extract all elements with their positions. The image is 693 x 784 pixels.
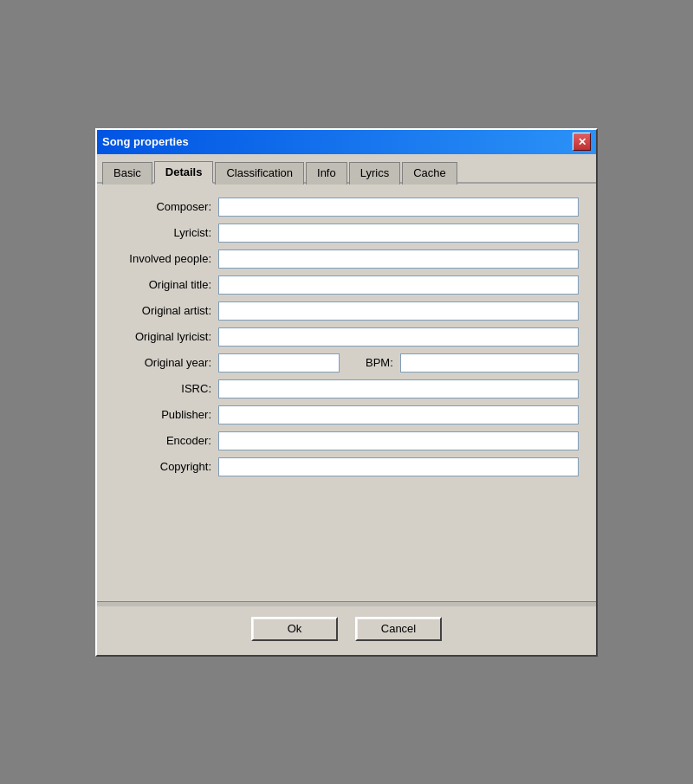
cancel-button[interactable]: Cancel: [355, 617, 442, 641]
original-title-input[interactable]: [218, 275, 579, 295]
encoder-input[interactable]: [218, 431, 579, 450]
original-lyricist-label: Original lyricist:: [114, 330, 218, 343]
lyricist-label: Lyricist:: [114, 226, 218, 239]
publisher-row: Publisher:: [114, 405, 579, 424]
ok-button[interactable]: Ok: [251, 617, 338, 641]
tab-lyrics[interactable]: Lyrics: [349, 162, 400, 185]
tab-cache[interactable]: Cache: [402, 162, 457, 185]
close-button[interactable]: ✕: [573, 133, 591, 151]
content-area: Composer: Lyricist: Involved people: Ori…: [97, 184, 596, 601]
empty-space: [114, 483, 579, 587]
song-properties-dialog: Song properties ✕ Basic Details Classifi…: [95, 128, 598, 657]
copyright-label: Copyright:: [114, 460, 218, 473]
composer-label: Composer:: [114, 200, 218, 213]
involved-people-row: Involved people:: [114, 249, 579, 269]
tab-classification[interactable]: Classification: [215, 162, 304, 185]
composer-input[interactable]: [218, 198, 579, 217]
publisher-label: Publisher:: [114, 408, 218, 421]
isrc-input[interactable]: [218, 379, 579, 398]
original-artist-input[interactable]: [218, 301, 579, 321]
lyricist-row: Lyricist:: [114, 224, 579, 243]
bpm-label: BPM:: [340, 356, 400, 369]
tab-bar: Basic Details Classification Info Lyrics…: [97, 154, 596, 184]
original-year-input[interactable]: [218, 353, 340, 373]
tab-details[interactable]: Details: [154, 161, 214, 184]
isrc-label: ISRC:: [114, 382, 218, 395]
tab-info[interactable]: Info: [306, 162, 347, 185]
original-artist-row: Original artist:: [114, 301, 579, 321]
original-lyricist-input[interactable]: [218, 327, 579, 347]
original-lyricist-row: Original lyricist:: [114, 327, 579, 347]
button-row: Ok Cancel: [97, 606, 596, 655]
encoder-label: Encoder:: [114, 434, 218, 447]
copyright-row: Copyright:: [114, 457, 579, 476]
involved-people-label: Involved people:: [114, 252, 218, 265]
original-artist-label: Original artist:: [114, 304, 218, 317]
isrc-row: ISRC:: [114, 379, 579, 398]
year-bpm-row: Original year: BPM:: [114, 353, 579, 373]
title-bar-title: Song properties: [102, 135, 189, 148]
composer-row: Composer:: [114, 198, 579, 217]
window-title: Song properties: [102, 135, 189, 148]
encoder-row: Encoder:: [114, 431, 579, 450]
title-bar: Song properties ✕: [97, 130, 596, 154]
original-title-label: Original title:: [114, 278, 218, 291]
involved-people-input[interactable]: [218, 249, 579, 269]
original-title-row: Original title:: [114, 275, 579, 295]
publisher-input[interactable]: [218, 405, 579, 424]
tab-basic[interactable]: Basic: [102, 162, 152, 185]
bpm-input[interactable]: [400, 353, 579, 373]
original-year-label: Original year:: [114, 356, 218, 369]
copyright-input[interactable]: [218, 457, 579, 476]
lyricist-input[interactable]: [218, 224, 579, 243]
